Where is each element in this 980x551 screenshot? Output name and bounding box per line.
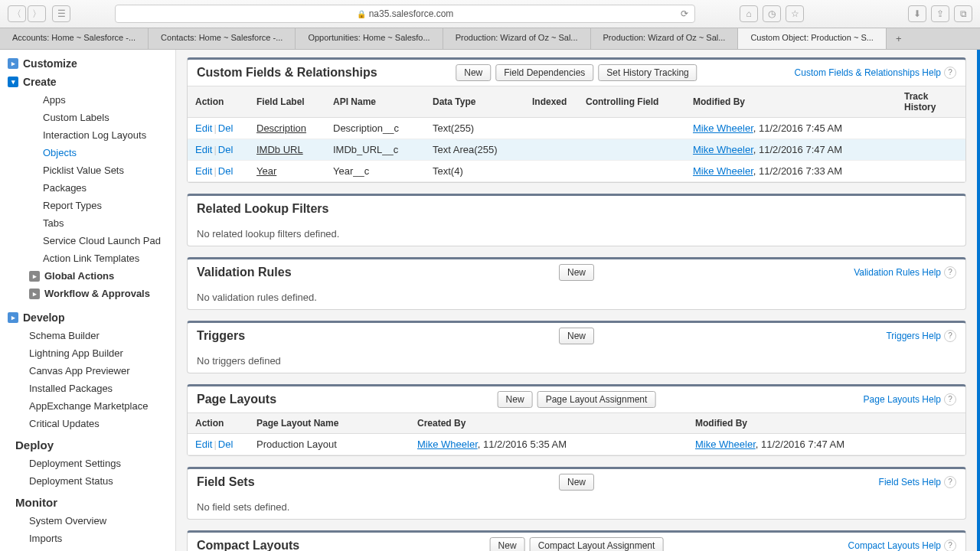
- field-sets-panel: Field Sets New Field Sets Help? No field…: [187, 467, 966, 520]
- new-compact-button[interactable]: New: [490, 537, 525, 551]
- history-icon[interactable]: ◷: [763, 5, 781, 22]
- content-area: Custom Fields & Relationships New Field …: [176, 50, 977, 551]
- sidebar-custom-labels[interactable]: Custom Labels: [0, 109, 175, 126]
- field-description[interactable]: Description: [256, 122, 306, 134]
- help-icon[interactable]: ?: [944, 540, 956, 551]
- new-field-button[interactable]: New: [456, 64, 491, 81]
- sidebar-create[interactable]: ▾Create: [0, 73, 175, 91]
- sidebar-critical[interactable]: Critical Updates: [0, 415, 175, 432]
- help-icon[interactable]: ?: [944, 266, 956, 279]
- help-icon[interactable]: ?: [944, 330, 956, 342]
- edit-link[interactable]: Edit: [195, 439, 212, 450]
- triggers-empty: No triggers defined: [188, 349, 965, 373]
- page-layouts-help-link[interactable]: Page Layouts Help: [864, 394, 941, 405]
- validation-title: Validation Rules: [197, 266, 292, 279]
- history-tracking-button[interactable]: Set History Tracking: [598, 64, 697, 81]
- sidebar-system-overview[interactable]: System Overview: [0, 512, 175, 530]
- del-link[interactable]: Del: [218, 144, 234, 155]
- home-icon[interactable]: ⌂: [740, 5, 758, 22]
- refresh-icon[interactable]: ⟳: [681, 8, 688, 19]
- sidebar-global-actions[interactable]: ▸Global Actions: [0, 267, 175, 285]
- field-sets-title: Field Sets: [197, 475, 255, 489]
- edit-link[interactable]: Edit: [195, 165, 212, 177]
- sidebar-monitor-heading: Monitor: [0, 490, 175, 512]
- help-icon[interactable]: ?: [944, 393, 956, 406]
- sidebar-service-cloud[interactable]: Service Cloud Launch Pad: [0, 232, 175, 249]
- tab-production-2[interactable]: Production: Wizard of Oz ~ Sal...: [591, 28, 739, 49]
- validation-help-link[interactable]: Validation Rules Help: [854, 267, 941, 278]
- sidebar-toggle-button[interactable]: ☰: [52, 5, 70, 22]
- bookmark-icon[interactable]: ☆: [786, 5, 804, 22]
- user-link[interactable]: Mike Wheeler: [417, 439, 478, 450]
- user-link[interactable]: Mike Wheeler: [693, 165, 753, 177]
- new-layout-button[interactable]: New: [498, 391, 533, 408]
- del-link[interactable]: Del: [218, 122, 234, 134]
- triggers-help-link[interactable]: Triggers Help: [886, 331, 941, 341]
- sidebar-objects[interactable]: Objects: [0, 144, 175, 161]
- tab-opportunities[interactable]: Opportunities: Home ~ Salesfo...: [296, 28, 443, 49]
- edit-link[interactable]: Edit: [195, 144, 212, 155]
- sidebar-workflow[interactable]: ▸Workflow & Approvals: [0, 285, 175, 302]
- url-bar[interactable]: 🔒 na35.salesforce.com ⟳: [115, 5, 695, 23]
- custom-fields-help-link[interactable]: Custom Fields & Relationships Help: [795, 67, 941, 78]
- tabs-icon[interactable]: ⧉: [954, 5, 972, 22]
- forward-button[interactable]: 〉: [28, 5, 46, 22]
- user-link[interactable]: Mike Wheeler: [695, 439, 756, 450]
- compact-assignment-button[interactable]: Compact Layout Assignment: [530, 537, 664, 551]
- sidebar-lightning[interactable]: Lightning App Builder: [0, 344, 175, 362]
- tab-contacts[interactable]: Contacts: Home ~ Salesforce -...: [149, 28, 296, 49]
- col-action: Action: [188, 86, 249, 118]
- field-imdb-url[interactable]: IMDb URL: [256, 144, 303, 155]
- user-link[interactable]: Mike Wheeler: [693, 144, 753, 155]
- del-link[interactable]: Del: [218, 165, 234, 177]
- col-modified: Modified By: [685, 86, 897, 118]
- table-row: Edit|Del Description Description__c Text…: [188, 118, 965, 139]
- sidebar-interaction-log[interactable]: Interaction Log Layouts: [0, 126, 175, 144]
- download-icon[interactable]: ⬇: [908, 5, 926, 22]
- sidebar-picklist[interactable]: Picklist Value Sets: [0, 161, 175, 179]
- url-text: na35.salesforce.com: [369, 8, 454, 19]
- field-dependencies-button[interactable]: Field Dependencies: [495, 64, 593, 81]
- sidebar-appexchange[interactable]: AppExchange Marketplace: [0, 397, 175, 415]
- sidebar-report-types[interactable]: Report Types: [0, 197, 175, 214]
- lock-icon: 🔒: [357, 10, 366, 18]
- back-button[interactable]: 〈: [8, 5, 26, 22]
- del-link[interactable]: Del: [218, 439, 234, 450]
- sidebar: ▸Customize ▾Create Apps Custom Labels In…: [0, 50, 176, 551]
- tab-production-1[interactable]: Production: Wizard of Oz ~ Sal...: [443, 28, 591, 49]
- sidebar-installed[interactable]: Installed Packages: [0, 380, 175, 397]
- field-sets-empty: No field sets defined.: [188, 495, 965, 519]
- new-tab-button[interactable]: +: [887, 28, 911, 49]
- sidebar-deploy-status[interactable]: Deployment Status: [0, 472, 175, 490]
- related-lookup-title: Related Lookup Filters: [197, 202, 328, 216]
- expand-icon: ▸: [29, 289, 40, 299]
- user-link[interactable]: Mike Wheeler: [693, 122, 753, 134]
- new-validation-button[interactable]: New: [559, 264, 594, 281]
- new-trigger-button[interactable]: New: [559, 328, 594, 344]
- sidebar-action-link[interactable]: Action Link Templates: [0, 249, 175, 267]
- tab-accounts[interactable]: Accounts: Home ~ Salesforce -...: [0, 28, 149, 49]
- sidebar-outbound[interactable]: Outbound Messages: [0, 547, 175, 551]
- sidebar-develop[interactable]: ▸Develop: [0, 308, 175, 327]
- field-sets-help-link[interactable]: Field Sets Help: [879, 477, 941, 487]
- layout-assignment-button[interactable]: Page Layout Assignment: [537, 391, 656, 408]
- sidebar-tabs[interactable]: Tabs: [0, 214, 175, 232]
- tab-custom-object[interactable]: Custom Object: Production ~ S...: [738, 28, 887, 49]
- compact-layouts-title: Compact Layouts: [197, 539, 299, 551]
- new-fieldset-button[interactable]: New: [559, 474, 594, 491]
- sidebar-customize[interactable]: ▸Customize: [0, 54, 175, 73]
- sidebar-canvas[interactable]: Canvas App Previewer: [0, 362, 175, 380]
- help-icon[interactable]: ?: [944, 476, 956, 488]
- sidebar-packages[interactable]: Packages: [0, 179, 175, 197]
- sidebar-apps[interactable]: Apps: [0, 91, 175, 109]
- share-icon[interactable]: ⇪: [931, 5, 949, 22]
- sidebar-imports[interactable]: Imports: [0, 530, 175, 547]
- compact-help-link[interactable]: Compact Layouts Help: [848, 540, 941, 551]
- sidebar-schema[interactable]: Schema Builder: [0, 327, 175, 344]
- sidebar-deploy-settings[interactable]: Deployment Settings: [0, 455, 175, 472]
- col-indexed: Indexed: [524, 86, 578, 118]
- table-row: Edit|Del Production Layout Mike Wheeler,…: [188, 434, 965, 455]
- help-icon[interactable]: ?: [944, 67, 956, 79]
- edit-link[interactable]: Edit: [195, 122, 212, 134]
- field-year[interactable]: Year: [256, 165, 276, 177]
